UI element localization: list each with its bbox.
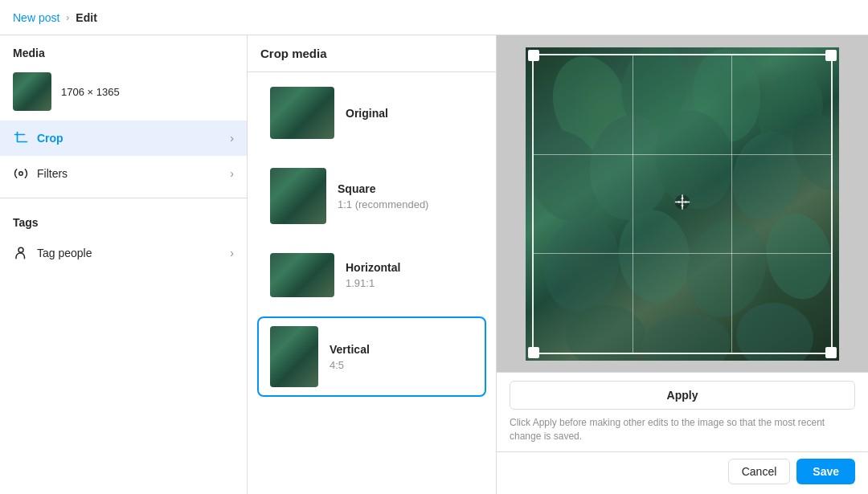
handle-bottom-left[interactable] [528, 347, 539, 358]
svg-point-1 [18, 247, 23, 252]
footer-actions: Cancel Save [497, 451, 868, 494]
nav-crop-label: Crop [37, 132, 63, 145]
image-canvas[interactable] [526, 47, 839, 361]
svg-point-0 [19, 172, 23, 176]
filters-icon [13, 165, 29, 182]
crop-ratio-vertical: 4:5 [330, 359, 370, 371]
crop-thumb-vertical [270, 326, 318, 387]
nav-item-filters-left: Filters [13, 165, 68, 182]
left-panel: Media 1706 × 1365 Crop › [0, 35, 248, 494]
middle-panel: Crop media Original Square 1:1 (recommen… [248, 35, 497, 494]
crop-option-vertical[interactable]: Vertical 4:5 [257, 316, 486, 397]
crop-ratio-square: 1:1 (recommended) [338, 198, 428, 210]
crop-info-vertical: Vertical 4:5 [330, 343, 370, 371]
tag-people-icon [13, 245, 29, 261]
crop-option-horizontal[interactable]: Horizontal 1.91:1 [257, 243, 486, 307]
move-icon [674, 193, 691, 214]
nav-item-tag-people[interactable]: Tag people › [0, 235, 247, 271]
right-panel: Apply Click Apply before making other ed… [497, 35, 868, 494]
media-thumbnail [13, 72, 51, 111]
nav-filters-label: Filters [37, 167, 68, 180]
crop-overlay[interactable] [532, 54, 833, 354]
crop-name-vertical: Vertical [330, 343, 370, 356]
crop-name-horizontal: Horizontal [346, 261, 400, 274]
crop-thumb-horizontal [270, 253, 334, 297]
apply-section: Apply Click Apply before making other ed… [497, 373, 868, 451]
crop-info-square: Square 1:1 (recommended) [338, 182, 428, 210]
crop-ratio-horizontal: 1.91:1 [346, 277, 400, 289]
nav-tag-chevron: › [230, 247, 234, 259]
crop-thumb-square [270, 168, 326, 224]
nav-item-crop-left: Crop [13, 130, 63, 146]
breadcrumb-link[interactable]: New post [13, 11, 59, 24]
crop-info-original: Original [346, 107, 388, 120]
media-item: 1706 × 1365 [0, 66, 247, 120]
apply-note: Click Apply before making other edits to… [510, 416, 855, 443]
crop-media-title: Crop media [248, 35, 496, 72]
media-section-title: Media [0, 35, 247, 66]
nav-crop-chevron: › [230, 132, 234, 145]
crop-icon [13, 130, 29, 146]
breadcrumb-current: Edit [76, 11, 96, 24]
nav-filters-chevron: › [230, 167, 234, 180]
media-thumb-image [13, 72, 51, 111]
divider [0, 198, 247, 198]
topbar: New post › Edit [0, 0, 868, 35]
nav-item-tag-people-left: Tag people [13, 245, 92, 261]
media-dimensions: 1706 × 1365 [61, 86, 120, 98]
image-area [497, 35, 868, 372]
handle-top-right[interactable] [825, 50, 837, 61]
nav-item-filters[interactable]: Filters › [0, 156, 247, 191]
apply-button[interactable]: Apply [510, 381, 855, 410]
cancel-button[interactable]: Cancel [728, 459, 791, 484]
nav-item-crop[interactable]: Crop › [0, 120, 247, 156]
tags-section-title: Tags [0, 205, 247, 235]
save-button[interactable]: Save [796, 459, 855, 484]
crop-info-horizontal: Horizontal 1.91:1 [346, 261, 400, 289]
nav-tag-people-label: Tag people [37, 247, 92, 259]
handle-bottom-right[interactable] [825, 347, 837, 358]
main-layout: Media 1706 × 1365 Crop › [0, 35, 868, 494]
bottom-action-area: Apply Click Apply before making other ed… [497, 372, 868, 494]
handle-top-left[interactable] [528, 50, 539, 61]
crop-option-square[interactable]: Square 1:1 (recommended) [257, 158, 486, 234]
crop-thumb-original [270, 87, 334, 139]
crop-name-square: Square [338, 182, 428, 195]
breadcrumb-separator: › [66, 12, 69, 23]
crop-name-original: Original [346, 107, 388, 120]
crop-option-original[interactable]: Original [257, 77, 486, 149]
